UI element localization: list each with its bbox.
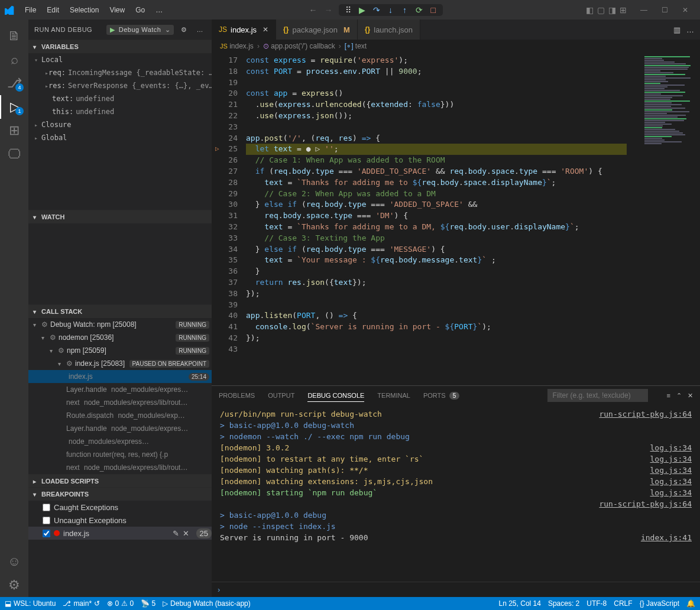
panel-tab-problems[interactable]: PROBLEMS [219, 390, 255, 401]
debug-launch-select[interactable]: ▶ Debug Watch ⌄ [106, 25, 174, 35]
debug-console-input[interactable]: › [212, 582, 700, 597]
close-icon[interactable]: ✕ [262, 25, 268, 34]
debug-btn-2[interactable]: ↷ [371, 5, 383, 15]
activity-debug[interactable]: ▷1 [0, 95, 28, 119]
branch-indicator[interactable]: ⎇ main* ↺ [63, 599, 100, 608]
var-row[interactable]: ▸res:ServerResponse {_events: {…}, _ev… [28, 79, 212, 92]
section-header-variables[interactable]: ▾VARIABLES [28, 40, 212, 53]
panel-tab-output[interactable]: OUTPUT [268, 390, 294, 401]
debug-console-output[interactable]: /usr/bin/npm run-script debug-watchrun-s… [212, 405, 700, 582]
debug-btn-5[interactable]: ⟳ [413, 5, 425, 15]
callstack-row[interactable]: node_modules/express… [28, 435, 212, 448]
gutter[interactable]: 1718192021222324▷25262728293031323334353… [212, 53, 246, 385]
breadcrumb-segment[interactable]: JS index.js [220, 42, 254, 50]
menu-edit[interactable]: Edit [42, 4, 64, 17]
breadcrumb-segment[interactable]: ⊙ app.post('/') callback [263, 42, 335, 50]
source-link[interactable]: run-script-pkg.js:64 [599, 498, 692, 510]
source-link[interactable]: index.js:41 [641, 532, 692, 543]
scope-global[interactable]: ▸Global [28, 131, 212, 144]
window-controls[interactable]: —☐✕ [633, 6, 695, 14]
debug-btn-1[interactable]: ▶ [357, 5, 368, 15]
gear-icon[interactable]: ⚙ [179, 26, 190, 34]
minimap[interactable] [641, 53, 700, 385]
encoding[interactable]: UTF-8 [586, 599, 607, 608]
source-link[interactable]: log.js:34 [650, 476, 692, 487]
callstack-row[interactable]: function router(req, res, next) {.p [28, 448, 212, 461]
panel-tab-terminal[interactable]: TERMINAL [377, 390, 410, 401]
scope-closure[interactable]: ▸Closure [28, 118, 212, 131]
debug-btn-0[interactable]: ⠿ [342, 5, 354, 15]
callstack-row[interactable]: ▾⚙Debug Watch: npm [25008]RUNNING [28, 318, 212, 331]
problems-indicator[interactable]: ⊗ 0 ⚠ 0 [107, 599, 134, 608]
tab-package.json[interactable]: {}package.jsonM [276, 20, 358, 40]
bp-uncaught[interactable]: Uncaught Exceptions [28, 514, 212, 527]
source-link[interactable]: log.js:34 [650, 453, 692, 465]
activity-search[interactable]: ⌕ [0, 48, 28, 72]
breadcrumb[interactable]: JS index.js›⊙ app.post('/') callback›[∘]… [212, 40, 700, 53]
scope-local[interactable]: ▾Local [28, 53, 212, 66]
eol[interactable]: CRLF [614, 599, 632, 608]
bell-icon[interactable]: 🔔 [686, 599, 695, 608]
tab-actions[interactable]: ▥… [667, 20, 700, 40]
tab-launch.json[interactable]: {}launch.json [358, 20, 420, 40]
callstack-row[interactable]: ▾⚙npm [25059]RUNNING [28, 344, 212, 357]
breadcrumb-segment[interactable]: [∘] text [345, 42, 367, 50]
activity-remote[interactable]: 🖵 [0, 142, 28, 166]
activity-extensions[interactable]: ⊞ [0, 119, 28, 142]
bp-actions[interactable]: ✎✕ [173, 529, 189, 538]
activity-explorer[interactable]: 🗎 [0, 24, 28, 48]
panel-actions[interactable]: ≡⌃✕ [667, 392, 693, 400]
cursor-position[interactable]: Ln 25, Col 14 [499, 599, 541, 608]
callstack-row[interactable]: Layer.handle node_modules/expres… [28, 422, 212, 435]
activity-accounts[interactable]: ☺ [0, 550, 28, 573]
code[interactable]: const express = require('express');const… [246, 53, 641, 385]
var-row[interactable]: text:undefined [28, 92, 212, 105]
callstack-row[interactable]: Route.dispatch node_modules/exp… [28, 409, 212, 422]
debug-btn-3[interactable]: ↓ [385, 5, 397, 15]
section-header-breakpoints[interactable]: ▾BREAKPOINTS [28, 488, 212, 501]
section-header-callstack[interactable]: ▾CALL STACK [28, 305, 212, 318]
panel-tab-ports[interactable]: PORTS [423, 390, 446, 401]
layout-icons[interactable]: ◧▢◨⊞ [584, 5, 628, 15]
more-icon[interactable]: … [195, 26, 206, 33]
menu-go[interactable]: Go [131, 4, 150, 17]
menu-…[interactable]: … [151, 4, 167, 17]
fwd-icon: → [325, 5, 333, 15]
tab-index.js[interactable]: JSindex.js✕ [212, 20, 276, 40]
var-row[interactable]: ▸req:IncomingMessage {_readableState: … [28, 66, 212, 79]
section-header-loaded[interactable]: ▸LOADED SCRIPTS [28, 475, 212, 488]
menu-selection[interactable]: Selection [65, 4, 103, 17]
callstack-tree[interactable]: ▾⚙Debug Watch: npm [25008]RUNNING▾⚙nodem… [28, 318, 212, 474]
section-header-watch[interactable]: ▾WATCH [28, 210, 212, 223]
menu-file[interactable]: File [20, 4, 41, 17]
callstack-row[interactable]: next node_modules/express/lib/rout… [28, 396, 212, 409]
ports-indicator[interactable]: 📡 5 [141, 599, 155, 608]
code-area[interactable]: 1718192021222324▷25262728293031323334353… [212, 53, 700, 385]
bp-file[interactable]: index.js ✎✕ 25 [28, 527, 212, 540]
indent[interactable]: Spaces: 2 [548, 599, 579, 608]
var-row[interactable]: this:undefined [28, 105, 212, 118]
debug-btn-4[interactable]: ↑ [399, 5, 411, 15]
remote-indicator[interactable]: ⬓ WSL: Ubuntu [5, 599, 56, 608]
activity-scm[interactable]: ⎇4 [0, 72, 28, 95]
callstack-row[interactable]: ▾⚙nodemon [25036]RUNNING [28, 331, 212, 344]
callstack-row[interactable]: ▾⚙index.js [25083]PAUSED ON BREAKPOINT [28, 357, 212, 370]
menu-view[interactable]: View [105, 4, 129, 17]
bp-caught[interactable]: Caught Exceptions [28, 501, 212, 514]
debug-status[interactable]: ▷ Debug Watch (basic-app) [163, 599, 251, 608]
source-link[interactable]: log.js:34 [650, 442, 692, 453]
source-link[interactable]: run-script-pkg.js:64 [599, 408, 692, 420]
callstack-row[interactable]: index.js25:14 [28, 370, 212, 383]
activity-settings[interactable]: ⚙ [0, 573, 28, 597]
panel-tab-debug-console[interactable]: DEBUG CONSOLE [307, 390, 364, 402]
nav-arrows[interactable]: ←→ [309, 5, 333, 15]
debug-btn-6[interactable]: □ [427, 5, 439, 15]
callstack-section: ▾CALL STACK ▾⚙Debug Watch: npm [25008]RU… [28, 304, 212, 474]
language[interactable]: {} JavaScript [640, 599, 679, 608]
variables-tree[interactable]: ▾Local▸req:IncomingMessage {_readableSta… [28, 53, 212, 210]
callstack-row[interactable]: next node_modules/express/lib/rout… [28, 461, 212, 474]
source-link[interactable]: log.js:34 [650, 487, 692, 498]
filter-input[interactable] [547, 389, 648, 402]
callstack-row[interactable]: Layer.handle node_modules/expres… [28, 383, 212, 396]
source-link[interactable]: log.js:34 [650, 465, 692, 476]
